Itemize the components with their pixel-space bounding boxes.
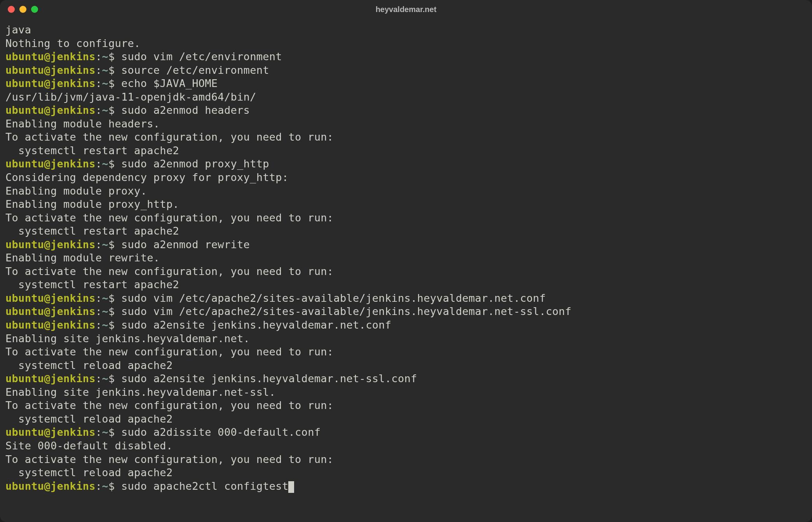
prompt-at: @ [44,426,51,438]
prompt-host: jenkins [51,77,96,89]
prompt-host: jenkins [51,480,96,492]
prompt-host: jenkins [51,104,96,116]
terminal-output-line: systemctl reload apache2 [5,359,173,371]
prompt-command: sudo a2enmod rewrite [115,238,250,251]
terminal-output-line: To activate the new configuration, you n… [5,453,333,465]
prompt-colon: : [96,238,102,251]
prompt-path: ~ [102,480,108,492]
terminal-prompt-line: ubuntu@jenkins:~$ sudo apache2ctl config… [5,480,294,492]
prompt-at: @ [44,480,51,492]
prompt-user: ubuntu [5,372,44,385]
titlebar: heyvaldemar.net [0,0,812,19]
prompt-colon: : [96,77,102,89]
prompt-colon: : [96,305,102,317]
terminal-prompt-line: ubuntu@jenkins:~$ sudo a2ensite jenkins.… [5,319,391,331]
prompt-colon: : [96,104,102,116]
prompt-colon: : [96,64,102,76]
prompt-at: @ [44,238,51,251]
prompt-path: ~ [102,292,108,304]
prompt-host: jenkins [51,158,96,170]
prompt-command: sudo vim /etc/apache2/sites-available/je… [115,305,571,317]
prompt-user: ubuntu [5,158,44,170]
terminal-prompt-line: ubuntu@jenkins:~$ sudo a2dissite 000-def… [5,426,321,438]
prompt-user: ubuntu [5,104,44,116]
terminal-output-line: systemctl restart apache2 [5,225,179,237]
prompt-command: sudo vim /etc/environment [115,50,282,63]
minimize-button[interactable] [19,6,26,13]
terminal-output-line: Enabling module proxy_http. [5,198,179,210]
prompt-path: ~ [102,319,108,331]
cursor [288,481,294,493]
terminal-output-line: /usr/lib/jvm/java-11-openjdk-amd64/bin/ [5,91,256,103]
prompt-user: ubuntu [5,426,44,438]
terminal-prompt-line: ubuntu@jenkins:~$ sudo vim /etc/apache2/… [5,292,546,304]
prompt-path: ~ [102,50,108,63]
prompt-host: jenkins [51,64,96,76]
prompt-user: ubuntu [5,480,44,492]
terminal-output-line: systemctl reload apache2 [5,413,173,425]
prompt-user: ubuntu [5,238,44,251]
terminal-prompt-line: ubuntu@jenkins:~$ echo $JAVA_HOME [5,77,218,89]
terminal-output-line: To activate the new configuration, you n… [5,346,333,358]
prompt-command: sudo a2ensite jenkins.heyvaldemar.net.co… [115,319,391,331]
prompt-path: ~ [102,77,108,89]
prompt-colon: : [96,372,102,385]
prompt-path: ~ [102,104,108,116]
prompt-path: ~ [102,305,108,317]
prompt-symbol: $ [108,480,115,492]
terminal-output-line: To activate the new configuration, you n… [5,265,333,277]
terminal-output-line: Enabling site jenkins.heyvaldemar.net-ss… [5,386,275,398]
prompt-symbol: $ [108,292,115,304]
prompt-host: jenkins [51,238,96,251]
prompt-symbol: $ [108,372,115,385]
prompt-colon: : [96,480,102,492]
prompt-symbol: $ [108,158,115,170]
prompt-symbol: $ [108,104,115,116]
prompt-host: jenkins [51,292,96,304]
prompt-command: sudo vim /etc/apache2/sites-available/je… [115,292,545,304]
prompt-at: @ [44,104,51,116]
prompt-symbol: $ [108,238,115,251]
terminal-output-line: Enabling site jenkins.heyvaldemar.net. [5,332,250,345]
prompt-colon: : [96,426,102,438]
prompt-at: @ [44,50,51,63]
terminal-output-line: systemctl restart apache2 [5,278,179,291]
prompt-user: ubuntu [5,319,44,331]
prompt-path: ~ [102,64,108,76]
terminal-prompt-line: ubuntu@jenkins:~$ sudo vim /etc/environm… [5,50,282,63]
maximize-button[interactable] [31,6,38,13]
terminal-output-line: systemctl restart apache2 [5,144,179,157]
prompt-at: @ [44,77,51,89]
prompt-at: @ [44,158,51,170]
terminal-output-line: To activate the new configuration, you n… [5,212,333,224]
prompt-host: jenkins [51,426,96,438]
terminal-output-line: Nothing to configure. [5,37,141,49]
terminal-prompt-line: ubuntu@jenkins:~$ sudo a2ensite jenkins.… [5,372,417,385]
prompt-command: sudo a2enmod proxy_http [115,158,269,170]
terminal-prompt-line: ubuntu@jenkins:~$ sudo a2enmod rewrite [5,238,250,251]
terminal-output-line: Enabling module proxy. [5,185,147,197]
prompt-colon: : [96,158,102,170]
prompt-colon: : [96,319,102,331]
prompt-host: jenkins [51,305,96,317]
prompt-host: jenkins [51,372,96,385]
prompt-command: sudo a2dissite 000-default.conf [115,426,321,438]
prompt-command: sudo apache2ctl configtest [115,480,288,492]
prompt-symbol: $ [108,426,115,438]
prompt-user: ubuntu [5,50,44,63]
terminal-output-line: Considering dependency proxy for proxy_h… [5,171,288,183]
terminal-prompt-line: ubuntu@jenkins:~$ source /etc/environmen… [5,64,269,76]
terminal-output-line: To activate the new configuration, you n… [5,131,333,143]
terminal-prompt-line: ubuntu@jenkins:~$ sudo a2enmod headers [5,104,250,116]
close-button[interactable] [8,6,15,13]
terminal-body[interactable]: java Nothing to configure. ubuntu@jenkin… [0,19,812,522]
terminal-output-line: Enabling module headers. [5,118,160,130]
prompt-at: @ [44,319,51,331]
prompt-command: sudo a2ensite jenkins.heyvaldemar.net-ss… [115,372,417,385]
prompt-user: ubuntu [5,77,44,89]
terminal-output-line: systemctl reload apache2 [5,466,173,478]
prompt-command: source /etc/environment [115,64,269,76]
terminal-output-line: To activate the new configuration, you n… [5,399,333,411]
prompt-path: ~ [102,158,108,170]
prompt-symbol: $ [108,77,115,89]
